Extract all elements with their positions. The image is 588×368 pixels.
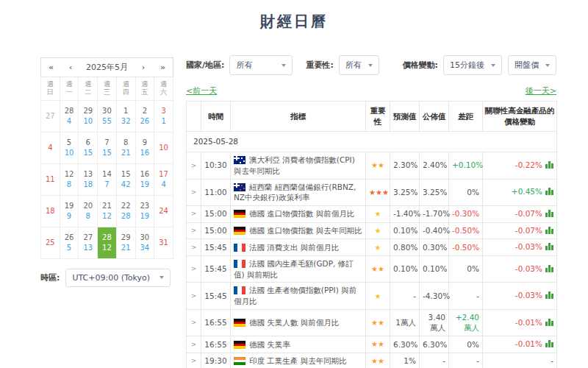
- price-window-select[interactable]: 15分鐘後: [443, 55, 502, 75]
- country-filter-select[interactable]: 所有: [229, 55, 293, 75]
- prev-month-icon[interactable]: ‹: [68, 63, 74, 72]
- calendar-day-cell[interactable]: 4: [41, 132, 60, 163]
- calendar-day-cell[interactable]: 2921: [116, 227, 135, 258]
- gap-value: -0.50%: [449, 222, 483, 239]
- next-month-icon[interactable]: ›: [140, 63, 147, 72]
- calendar-day-cell[interactable]: 284: [60, 100, 79, 132]
- expand-row-icon[interactable]: >: [187, 152, 201, 179]
- importance-filter-select[interactable]: 所有: [339, 55, 379, 75]
- actual-value: 2.40%: [420, 152, 449, 179]
- calendar-grid-body: 2728429103055132226314510615715821916101…: [41, 100, 173, 258]
- calendar-day-cell[interactable]: 615: [79, 132, 98, 163]
- calendar-day-cell[interactable]: 11: [41, 163, 60, 195]
- calendar-day-cell[interactable]: 1318: [79, 163, 98, 195]
- timezone-select[interactable]: UTC+09:00 (Tokyo): [65, 269, 171, 287]
- bar-chart-icon[interactable]: [545, 209, 553, 220]
- table-row: >15:00德國 進口物價指數 與前個月比★-1.40%-1.70%-0.30%…: [187, 205, 557, 222]
- importance-cell: ★: [366, 205, 390, 222]
- expand-row-icon[interactable]: >: [187, 179, 201, 205]
- calendar-day-cell[interactable]: 2228: [116, 195, 135, 227]
- bar-chart-icon[interactable]: [545, 291, 553, 302]
- importance-stars: ★★: [371, 265, 384, 273]
- calendar-day-cell[interactable]: 1619: [135, 163, 154, 195]
- bar-chart-icon[interactable]: [545, 339, 553, 350]
- table-row: >16:55德國 失業率★★6.30%6.30%0%-0.01%: [187, 336, 557, 353]
- events-table: 時間 指標 重要性 預測值 公佈值 差距 關聯性高金融產品的價格變動 2025-…: [186, 101, 557, 368]
- calendar-day-cell[interactable]: 265: [60, 227, 79, 258]
- country-filter-value: 所有: [236, 60, 252, 71]
- day-nav: <前一天 後一天>: [186, 85, 556, 96]
- calendar-day-cell[interactable]: 147: [98, 163, 117, 195]
- calendar-day-cell[interactable]: 31: [154, 100, 173, 132]
- day-number: 14: [98, 169, 115, 180]
- calendar-day-cell[interactable]: 24: [154, 195, 173, 227]
- calendar-day-cell[interactable]: 31: [154, 227, 173, 258]
- bar-chart-icon[interactable]: [545, 318, 553, 329]
- event-count-badge: 28: [118, 211, 135, 222]
- calendar-day-cell[interactable]: 3034: [135, 227, 154, 258]
- calendar-day-cell[interactable]: 199: [60, 195, 79, 227]
- next-day-link[interactable]: 後一天>: [526, 85, 556, 96]
- importance-stars: ★★: [371, 357, 384, 365]
- prev-day-link[interactable]: <前一天: [186, 85, 217, 96]
- day-number: 21: [98, 200, 115, 211]
- calendar-day-cell[interactable]: 132: [116, 100, 135, 132]
- bar-chart-icon[interactable]: [545, 226, 553, 237]
- event-count-badge: 10: [61, 148, 78, 158]
- calendar-day-cell[interactable]: 3055: [98, 100, 117, 132]
- price-type-select[interactable]: 開盤價: [508, 55, 556, 75]
- table-row: >19:30印度 工業生產 與去年同期比★★1%---: [187, 353, 557, 368]
- table-row: >11:00紐西蘭 紐西蘭儲備銀行(RBNZ, NZ中央銀行)政策利率★★★3.…: [187, 179, 557, 205]
- calendar-day-cell[interactable]: 2713: [79, 227, 98, 258]
- calendar-day-cell[interactable]: 18: [41, 195, 60, 227]
- calendar-day-cell[interactable]: 1542: [116, 163, 135, 195]
- expand-row-icon[interactable]: >: [187, 283, 201, 309]
- calendar-day-cell[interactable]: 916: [135, 132, 154, 163]
- bar-chart-icon[interactable]: [545, 160, 553, 171]
- expand-row-icon[interactable]: >: [187, 222, 201, 239]
- expand-row-icon[interactable]: >: [187, 239, 201, 256]
- forecast-value: 0.80%: [390, 239, 420, 256]
- event-count-badge: 8: [79, 211, 96, 222]
- day-number: 9: [137, 137, 154, 148]
- prev-year-icon[interactable]: «: [47, 63, 55, 72]
- calendar-day-cell[interactable]: 10: [154, 132, 173, 163]
- next-year-icon[interactable]: »: [159, 63, 167, 72]
- gap-value: 0%: [449, 255, 483, 282]
- day-number: 6: [79, 137, 96, 148]
- calendar-day-cell[interactable]: 821: [116, 132, 135, 163]
- expand-row-icon[interactable]: >: [187, 255, 201, 282]
- actual-value: -1.70%: [420, 205, 449, 222]
- day-number: 23: [137, 200, 154, 211]
- price-change-cell: -0.03%: [483, 283, 557, 309]
- price-change-value: -: [551, 356, 553, 365]
- expand-row-icon[interactable]: >: [187, 336, 201, 353]
- calendar-day-cell[interactable]: 2319: [135, 195, 154, 227]
- bar-chart-icon[interactable]: [545, 187, 553, 198]
- calendar-day-cell[interactable]: 2112: [98, 195, 117, 227]
- bar-chart-icon[interactable]: [545, 264, 553, 275]
- event-time: 10:30: [201, 152, 231, 179]
- calendar-day-cell[interactable]: 174: [154, 163, 173, 195]
- calendar-day-cell[interactable]: 2910: [79, 100, 98, 132]
- flag-nz-icon: [234, 183, 245, 191]
- forecast-value: 0.10%: [390, 255, 420, 282]
- event-time: 15:45: [201, 283, 231, 309]
- day-number: 31: [155, 237, 172, 248]
- calendar-day-cell[interactable]: 208: [79, 195, 98, 227]
- calendar-day-cell[interactable]: 128: [60, 163, 79, 195]
- event-time: 15:45: [201, 239, 231, 256]
- calendar-day-cell[interactable]: 25: [41, 227, 60, 258]
- event-count-badge: 32: [118, 116, 135, 127]
- calendar-day-cell[interactable]: 715: [98, 132, 117, 163]
- filter-bar: 國家/地區: 所有 重要性: 所有 價格變動: 15分鐘後 開盤價: [186, 55, 556, 75]
- calendar-day-cell[interactable]: 27: [41, 100, 60, 132]
- bar-chart-icon[interactable]: [545, 242, 553, 253]
- calendar-week-row: 451061571582191610: [41, 132, 173, 163]
- expand-row-icon[interactable]: >: [187, 353, 201, 368]
- expand-row-icon[interactable]: >: [187, 205, 201, 222]
- calendar-day-cell[interactable]: 510: [60, 132, 79, 163]
- calendar-day-cell[interactable]: 2812: [98, 227, 117, 258]
- expand-row-icon[interactable]: >: [187, 309, 201, 336]
- calendar-day-cell[interactable]: 226: [135, 100, 154, 132]
